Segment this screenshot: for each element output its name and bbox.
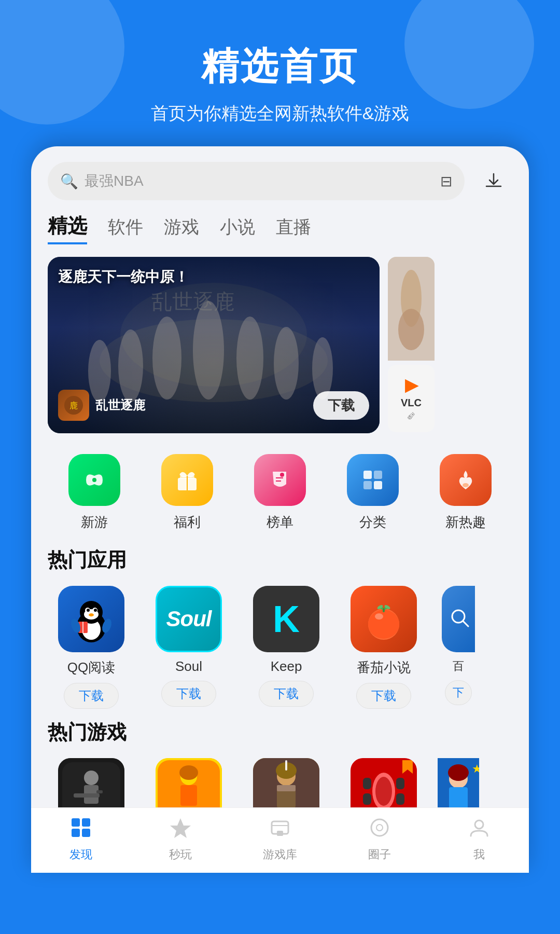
keep-download[interactable]: 下载 xyxy=(259,681,314,707)
cat-welfare-label: 福利 xyxy=(174,513,201,531)
fq-novel-download[interactable]: 下载 xyxy=(356,683,411,709)
svg-line-47 xyxy=(463,621,468,626)
cat-trending[interactable]: 新热趣 xyxy=(440,454,492,531)
svg-rect-83 xyxy=(82,818,90,827)
svg-point-70 xyxy=(375,777,392,806)
nav-instant-play[interactable]: 秒玩 xyxy=(131,816,230,862)
nav-community[interactable]: 圈子 xyxy=(330,816,429,862)
svg-rect-22 xyxy=(363,471,372,479)
cat-rankings[interactable]: 榜单 xyxy=(254,454,306,531)
cat-new-games-icon xyxy=(68,454,120,506)
tab-novels[interactable]: 小说 xyxy=(220,215,255,242)
tab-games[interactable]: 游戏 xyxy=(164,215,199,242)
search-row: 🔍 最强NBA ⊟ xyxy=(31,162,529,200)
app-item-fq-novel: 番茄小说 下载 xyxy=(340,586,427,709)
svg-point-91 xyxy=(475,820,483,829)
page-subtitle: 首页为你精选全网新热软件&游戏 xyxy=(0,102,560,126)
soul-icon: Soul xyxy=(156,586,222,652)
keep-icon: K xyxy=(253,586,319,652)
baidu-download[interactable]: 下 xyxy=(445,680,472,705)
cat-categories-label: 分类 xyxy=(359,513,386,531)
hot-games-title: 热门游戏 xyxy=(48,719,512,746)
hot-apps-title: 热门应用 xyxy=(48,547,512,573)
search-placeholder: 最强NBA xyxy=(85,171,434,191)
keep-name: Keep xyxy=(271,658,302,675)
phone-card: 🔍 最强NBA ⊟ 精选 软件 游戏 小说 直播 xyxy=(31,146,529,873)
nav-community-label: 圈子 xyxy=(368,847,391,862)
cat-welfare-icon xyxy=(161,454,213,506)
svg-point-15 xyxy=(92,478,96,482)
scan-icon: ⊟ xyxy=(440,173,452,190)
svg-rect-84 xyxy=(72,829,80,837)
search-icon: 🔍 xyxy=(60,173,78,190)
svg-text:★: ★ xyxy=(472,762,479,775)
svg-point-33 xyxy=(87,609,90,612)
app-item-qq-read: QQ阅读 下载 xyxy=(48,586,135,709)
svg-rect-79 xyxy=(449,787,468,810)
baidu-icon-partial xyxy=(442,586,475,652)
banner-side-vlc[interactable]: ▶ VLC 🗞 xyxy=(388,365,435,432)
banner-text-area: 鹿 乱世逐鹿 下载 xyxy=(58,390,369,421)
svg-rect-64 xyxy=(277,785,296,791)
baidu-name: 百 xyxy=(453,658,464,674)
cat-trending-label: 新热趣 xyxy=(445,513,486,531)
app-item-soul: Soul Soul 下载 xyxy=(145,586,232,709)
svg-point-41 xyxy=(368,610,399,639)
svg-rect-23 xyxy=(374,471,382,479)
nav-discover-icon xyxy=(69,816,92,844)
banner-side-top[interactable] xyxy=(388,257,435,361)
banner-game-info: 鹿 乱世逐鹿 xyxy=(58,390,145,421)
svg-point-90 xyxy=(376,825,383,831)
svg-rect-25 xyxy=(374,481,382,489)
search-bar[interactable]: 🔍 最强NBA ⊟ xyxy=(48,162,465,200)
banner-main[interactable]: 乱世逐鹿 逐鹿天下一统中原！ 鹿 乱世逐鹿 下载 xyxy=(48,257,380,433)
nav-instant-play-label: 秒玩 xyxy=(169,847,192,862)
banner-side: ▶ VLC 🗞 xyxy=(388,257,435,433)
svg-rect-74 xyxy=(396,793,404,805)
banner-game-title: 乱世逐鹿 xyxy=(95,397,145,414)
svg-rect-53 xyxy=(96,790,103,793)
nav-community-icon xyxy=(368,816,391,844)
download-icon-button[interactable] xyxy=(475,162,512,200)
svg-rect-52 xyxy=(74,793,100,798)
qq-read-icon xyxy=(58,586,124,652)
svg-point-89 xyxy=(371,819,388,836)
nav-instant-play-icon xyxy=(169,816,192,844)
qq-read-download[interactable]: 下载 xyxy=(64,683,119,709)
cat-trending-icon xyxy=(440,454,492,506)
tab-selected[interactable]: 精选 xyxy=(48,213,87,244)
svg-text:乱世逐鹿: 乱世逐鹿 xyxy=(151,290,234,313)
cat-new-games[interactable]: 新游 xyxy=(68,454,120,531)
soul-name: Soul xyxy=(175,658,202,675)
svg-rect-73 xyxy=(363,793,371,805)
qq-read-name: QQ阅读 xyxy=(67,658,115,677)
svg-point-19 xyxy=(280,473,284,477)
soul-text: Soul xyxy=(166,607,212,631)
nav-profile[interactable]: 我 xyxy=(429,816,529,862)
svg-point-34 xyxy=(94,609,97,612)
svg-rect-72 xyxy=(396,778,404,789)
svg-rect-88 xyxy=(277,831,283,836)
tab-live[interactable]: 直播 xyxy=(276,215,311,242)
svg-point-78 xyxy=(448,764,469,781)
svg-point-42 xyxy=(375,613,383,620)
banner-download-button[interactable]: 下载 xyxy=(313,391,369,420)
quick-categories: 新游 福利 xyxy=(31,449,529,542)
cat-categories[interactable]: 分类 xyxy=(347,454,399,531)
nav-discover[interactable]: 发现 xyxy=(31,816,131,862)
nav-discover-label: 发现 xyxy=(69,847,92,862)
nav-profile-label: 我 xyxy=(473,847,485,862)
svg-rect-66 xyxy=(285,760,287,771)
tab-software[interactable]: 软件 xyxy=(108,215,143,242)
nav-tabs: 精选 软件 游戏 小说 直播 xyxy=(31,213,529,244)
svg-point-50 xyxy=(84,771,99,785)
svg-rect-58 xyxy=(180,785,197,806)
svg-point-59 xyxy=(179,765,198,780)
banner-slogan: 逐鹿天下一统中原！ xyxy=(58,267,189,287)
cat-rankings-label: 榜单 xyxy=(267,513,293,531)
keep-k-letter: K xyxy=(273,598,300,640)
cat-welfare[interactable]: 福利 xyxy=(161,454,213,531)
nav-game-library[interactable]: 游戏库 xyxy=(230,816,330,862)
banner-game-icon: 鹿 xyxy=(58,390,89,421)
soul-download[interactable]: 下载 xyxy=(161,681,216,707)
